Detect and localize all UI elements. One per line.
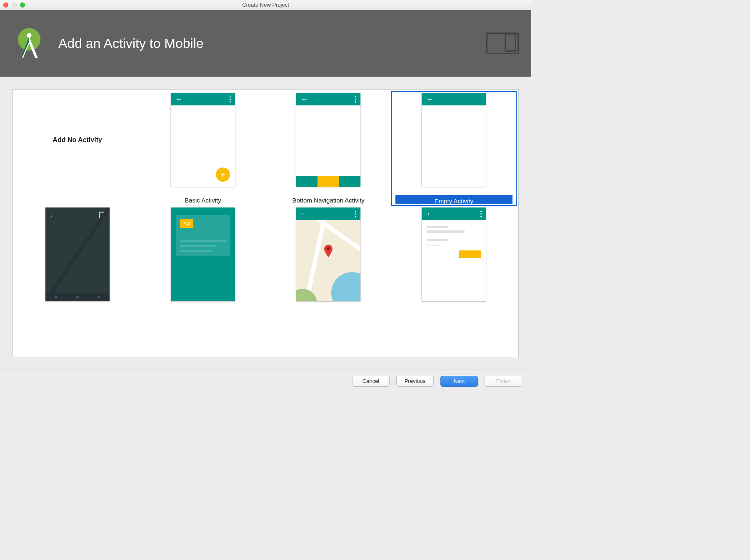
map-pin-icon	[323, 245, 333, 260]
activity-thumb: Add No Activity	[45, 93, 110, 187]
activity-tile-bottom-navigation[interactable]: ← Bottom Navigation Activity	[266, 91, 391, 206]
activity-gallery: Add No Activity ← + Basic Activity	[12, 89, 519, 357]
activity-tile-login[interactable]: ←	[391, 206, 517, 320]
activity-thumb: ← +	[171, 93, 235, 187]
activity-tile-add-no-activity[interactable]: Add No Activity	[15, 91, 140, 206]
activity-tile-fullscreen[interactable]: ←	[15, 206, 140, 320]
android-studio-logo-icon	[12, 27, 46, 60]
titlebar: Create New Project	[0, 0, 531, 10]
activity-label: Basic Activity	[185, 197, 221, 206]
login-button-icon	[459, 250, 481, 258]
activity-thumb: ←	[296, 208, 360, 301]
activity-label: Bottom Navigation Activity	[292, 197, 364, 206]
wizard-footer: Cancel Previous Next Finish	[0, 370, 531, 392]
activity-label: Empty Activity	[395, 195, 512, 204]
overflow-menu-icon	[355, 96, 356, 102]
window-title: Create New Project	[0, 2, 531, 8]
next-button[interactable]: Next	[440, 376, 478, 387]
ad-badge: Ad	[180, 219, 193, 228]
finish-button: Finish	[485, 376, 522, 387]
activity-tile-empty[interactable]: ← Empty Activity	[391, 91, 517, 206]
wizard-header: Add an Activity to Mobile	[0, 10, 531, 77]
svg-point-2	[327, 247, 330, 250]
activity-thumb: ←	[422, 208, 486, 301]
cancel-button[interactable]: Cancel	[352, 376, 390, 387]
back-arrow-icon: ←	[300, 210, 308, 218]
back-arrow-icon: ←	[175, 95, 182, 104]
activity-thumb: ←	[296, 93, 360, 187]
previous-button[interactable]: Previous	[396, 376, 434, 387]
activity-tile-admob[interactable]: Ad	[140, 206, 265, 320]
back-arrow-icon: ←	[426, 95, 433, 104]
activity-thumb: ←	[45, 208, 110, 301]
wizard-content: Add No Activity ← + Basic Activity	[0, 77, 531, 370]
activity-thumb: Ad	[171, 208, 235, 301]
activity-tile-basic[interactable]: ← + Basic Activity	[140, 91, 265, 206]
fab-plus-icon: +	[216, 168, 230, 182]
activity-tile-maps[interactable]: ←	[266, 206, 391, 320]
overflow-menu-icon	[355, 211, 356, 217]
form-factor-icon	[486, 32, 519, 54]
overflow-menu-icon	[230, 96, 231, 102]
activity-thumb: ←	[422, 93, 486, 187]
back-arrow-icon: ←	[426, 210, 433, 218]
back-arrow-icon: ←	[300, 95, 308, 104]
overflow-menu-icon	[480, 211, 482, 217]
wizard-title: Add an Activity to Mobile	[58, 36, 204, 51]
